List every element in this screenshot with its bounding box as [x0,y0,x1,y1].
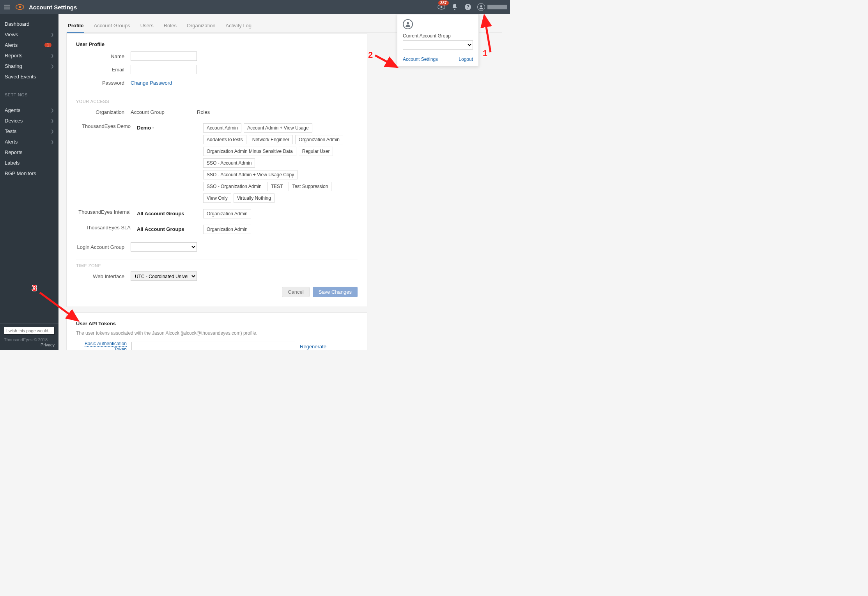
sidebar-item-labels[interactable]: Labels [0,158,58,168]
api-tokens-heading: User API Tokens [76,321,358,326]
regenerate-link[interactable]: Regenerate [300,344,326,349]
role-chip: Regular User [299,147,333,156]
sidebar-item-alerts[interactable]: Alerts❯ [0,137,58,147]
chevron-right-icon: ❯ [51,64,54,68]
web-interface-select[interactable]: UTC - Coordinated Universal… [131,271,197,281]
sidebar-item-label: Devices [5,118,23,124]
sidebar-item-label: Tests [5,128,16,134]
user-name-redacted [487,5,507,9]
access-row: ThousandEyes InternalAll Account GroupsO… [76,209,358,218]
sidebar-item-sharing[interactable]: Sharing❯ [0,61,58,71]
tab-profile[interactable]: Profile [67,20,84,33]
sidebar-item-label: Views [5,32,18,37]
access-row: ThousandEyes SLAAll Account GroupsOrgani… [76,225,358,234]
chevron-right-icon: ❯ [51,119,54,123]
sidebar-item-label: Alerts [5,42,18,48]
tab-organization[interactable]: Organization [186,20,216,32]
account-group-name: Demo - [137,123,203,203]
user-avatar-icon [477,3,485,11]
sidebar-item-reports[interactable]: Reports [0,147,58,158]
sidebar-item-label: Sharing [5,63,22,69]
dropdown-avatar-icon [403,19,413,29]
svg-point-3 [441,6,443,8]
email-input[interactable] [131,65,197,74]
chevron-right-icon: ❯ [51,129,54,133]
roles-list: Account AdminAccount Admin + View UsageA… [203,123,351,203]
brand-logo[interactable] [16,4,24,10]
roles-col-header: Roles [197,109,210,115]
svg-point-6 [480,5,482,7]
sidebar-item-label: Alerts [5,139,18,145]
organization-col-header: Organization [76,109,131,115]
role-chip: AddAlertsToTests [203,135,246,144]
cancel-button[interactable]: Cancel [282,287,309,297]
current-ag-label: Current Account Group [403,33,473,39]
sidebar-item-reports[interactable]: Reports❯ [0,50,58,61]
help-icon[interactable]: ? [464,3,472,11]
sidebar-item-label: Labels [5,160,19,166]
organization-name: ThousandEyes Demo [76,123,137,203]
chevron-right-icon: ❯ [51,140,54,144]
sidebar-item-label: Dashboard [5,21,30,27]
current-ag-select[interactable] [403,40,473,50]
sidebar-item-agents[interactable]: Agents❯ [0,105,58,115]
sidebar-item-alerts[interactable]: Alerts1 [0,40,58,50]
sidebar-item-saved-events[interactable]: Saved Events [0,71,58,82]
role-chip: Organization Admin [203,225,251,234]
api-tokens-sub: The user tokens associated with the Jaso… [76,330,358,336]
sidebar-item-dashboard[interactable]: Dashboard [0,19,58,29]
organization-name: ThousandEyes Internal [76,209,137,218]
roles-list: Organization Admin [203,209,351,218]
basic-auth-token-label: Basic Authentication Token [76,341,127,350]
tab-activity-log[interactable]: Activity Log [225,20,252,32]
role-chip: Network Engineer [249,135,293,144]
sidebar-item-views[interactable]: Views❯ [0,29,58,40]
feedback-input[interactable] [4,327,55,335]
tab-account-groups[interactable]: Account Groups [93,20,131,32]
privacy-link[interactable]: Privacy [4,342,55,347]
name-input[interactable] [131,51,197,61]
user-profile-heading: User Profile [76,41,358,47]
login-ag-select[interactable] [131,242,197,252]
eye-icon[interactable]: 387 [438,3,445,11]
chevron-right-icon: ❯ [51,53,54,58]
bell-icon[interactable] [451,3,459,11]
sidebar-item-label: Reports [5,149,23,155]
tab-roles[interactable]: Roles [163,20,177,32]
role-chip: Account Admin + View Usage [244,123,312,133]
organization-name: ThousandEyes SLA [76,225,137,234]
sidebar-item-tests[interactable]: Tests❯ [0,126,58,137]
account-group-col-header: Account Group [131,109,197,115]
sidebar-item-label: Agents [5,107,20,113]
copyright-text: ThousandEyes © 2018 [4,337,55,342]
role-chip: SSO - Organization Admin [203,182,265,191]
user-menu-button[interactable] [477,3,507,11]
dropdown-account-settings-link[interactable]: Account Settings [403,57,438,62]
sidebar-item-label: Reports [5,53,23,59]
role-chip: Organization Admin [295,135,343,144]
sidebar: DashboardViews❯Alerts1Reports❯Sharing❯Sa… [0,14,58,350]
sidebar-item-devices[interactable]: Devices❯ [0,115,58,126]
chevron-right-icon: ❯ [51,108,54,112]
account-group-name: All Account Groups [137,209,203,218]
role-chip: Organization Admin [203,209,251,218]
role-chip: Test Suppression [289,182,331,191]
page-title: Account Settings [29,4,77,11]
notif-badge: 387 [438,0,449,5]
password-label: Password [76,80,131,86]
access-row: ThousandEyes DemoDemo -Account AdminAcco… [76,123,358,203]
dropdown-logout-link[interactable]: Logout [459,57,473,62]
role-chip: Account Admin [203,123,241,133]
role-chip: Virtually Nothing [234,193,275,203]
user-profile-card: User Profile Name Email Password Change … [66,33,367,307]
save-button[interactable]: Save Changes [313,287,358,297]
basic-auth-token-input[interactable] [131,342,295,350]
sidebar-item-bgp-monitors[interactable]: BGP Monitors [0,168,58,179]
change-password-link[interactable]: Change Password [131,80,172,86]
sidebar-settings-header: SETTINGS [0,86,58,100]
menu-toggle[interactable] [0,0,14,14]
tab-users[interactable]: Users [140,20,154,32]
sidebar-badge: 1 [44,43,51,47]
role-chip: View Only [203,193,231,203]
svg-point-1 [19,6,21,8]
